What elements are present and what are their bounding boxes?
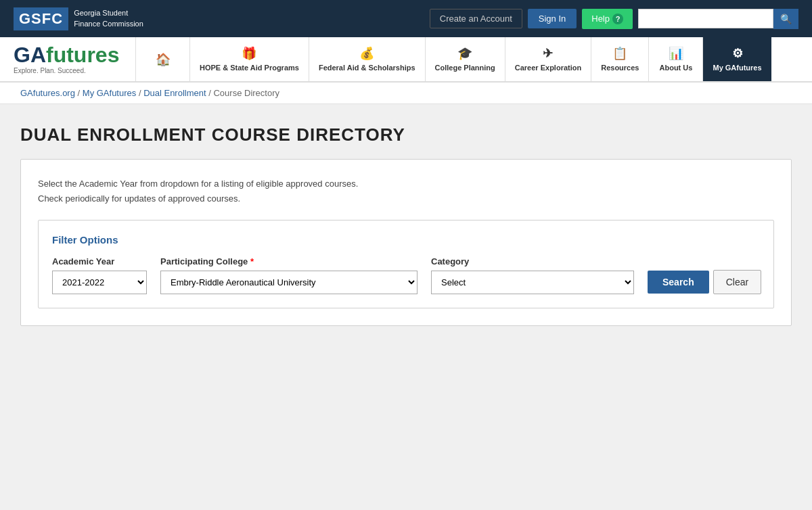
brand-tagline: Explore. Plan. Succeed. — [14, 67, 119, 74]
breadcrumb: GAfutures.org / My GAfutures / Dual Enro… — [20, 88, 792, 98]
nav-item-college[interactable]: 🎓 College Planning — [425, 37, 505, 81]
academic-year-select[interactable]: 2021-2022 — [52, 271, 147, 294]
career-icon: ✈ — [543, 46, 553, 61]
federal-icon: 💰 — [359, 46, 374, 61]
nav-bar: GAfutures Explore. Plan. Succeed. 🏠 🎁 HO… — [0, 37, 812, 83]
help-icon: ? — [612, 14, 623, 24]
help-button[interactable]: Help ? — [582, 9, 633, 29]
hope-label: HOPE & State Aid Programs — [200, 64, 299, 72]
gsfc-subtitle: Georgia Student Finance Commission — [74, 8, 143, 29]
about-label: About Us — [660, 64, 693, 72]
college-select[interactable]: Embry-Riddle Aeronautical University — [160, 271, 418, 294]
academic-year-field: Academic Year 2021-2022 — [52, 256, 147, 294]
brand-ga: GA — [14, 44, 46, 66]
college-label: College Planning — [435, 64, 495, 72]
nav-item-career[interactable]: ✈ Career Exploration — [505, 37, 591, 81]
hope-icon: 🎁 — [242, 46, 256, 61]
info-text: Select the Academic Year from dropdown f… — [38, 177, 774, 206]
nav-item-my-gafutures[interactable]: ⚙ My GAfutures — [702, 37, 771, 81]
nav-item-home[interactable]: 🏠 — [135, 37, 189, 81]
required-indicator: * — [250, 256, 254, 266]
main-content: DUAL ENROLLMENT COURSE DIRECTORY Select … — [0, 104, 812, 510]
category-label: Category — [431, 256, 634, 266]
breadcrumb-sep1: / — [78, 88, 83, 98]
content-card: Select the Academic Year from dropdown f… — [20, 159, 792, 326]
breadcrumb-dual-enrollment[interactable]: Dual Enrollment — [143, 88, 206, 98]
nav-item-resources[interactable]: 📋 Resources — [591, 37, 648, 81]
resources-label: Resources — [601, 64, 639, 72]
academic-year-label: Academic Year — [52, 256, 147, 266]
category-select[interactable]: Select — [431, 271, 634, 294]
breadcrumb-current: Course Directory — [213, 88, 279, 98]
filter-section: Filter Options Academic Year 2021-2022 P… — [38, 220, 774, 308]
brand-futures: futures — [46, 44, 119, 66]
header-right: Create an Account Sign In Help ? 🔍 — [430, 9, 798, 29]
category-field: Category Select — [431, 256, 634, 294]
nav-item-federal[interactable]: 💰 Federal Aid & Scholarships — [309, 37, 425, 81]
filter-title: Filter Options — [52, 234, 760, 246]
college-label: Participating College * — [160, 256, 418, 266]
brand-area: GAfutures Explore. Plan. Succeed. — [0, 37, 135, 81]
logo-area: GSFC Georgia Student Finance Commission — [14, 7, 143, 30]
btn-group: Search Clear — [648, 270, 761, 294]
my-gafutures-icon: ⚙ — [732, 46, 743, 61]
nav-items: 🏠 🎁 HOPE & State Aid Programs 💰 Federal … — [135, 37, 812, 81]
header-search-input[interactable] — [638, 9, 773, 28]
my-gafutures-label: My GAfutures — [713, 64, 761, 72]
career-label: Career Exploration — [515, 64, 581, 72]
gsfc-box: GSFC — [14, 7, 68, 30]
breadcrumb-my-gafutures[interactable]: My GAfutures — [83, 88, 136, 98]
top-header: GSFC Georgia Student Finance Commission … — [0, 0, 812, 37]
nav-item-about[interactable]: 📊 About Us — [648, 37, 702, 81]
search-button[interactable]: Search — [648, 271, 709, 294]
header-search: 🔍 — [638, 9, 798, 29]
page-title: DUAL ENROLLMENT COURSE DIRECTORY — [20, 124, 792, 145]
clear-button[interactable]: Clear — [713, 270, 761, 294]
sign-in-button[interactable]: Sign In — [528, 9, 577, 28]
home-icon: 🏠 — [156, 52, 171, 67]
create-account-button[interactable]: Create an Account — [430, 9, 522, 28]
breadcrumb-area: GAfutures.org / My GAfutures / Dual Enro… — [0, 83, 812, 104]
search-icon: 🔍 — [780, 14, 792, 24]
about-icon: 📊 — [669, 46, 683, 61]
breadcrumb-gafutures[interactable]: GAfutures.org — [20, 88, 75, 98]
college-field: Participating College * Embry-Riddle Aer… — [160, 256, 418, 294]
nav-item-hope[interactable]: 🎁 HOPE & State Aid Programs — [189, 37, 309, 81]
filter-row: Academic Year 2021-2022 Participating Co… — [52, 256, 760, 294]
resources-icon: 📋 — [612, 46, 627, 61]
gsfc-logo: GSFC Georgia Student Finance Commission — [14, 7, 143, 30]
header-search-button[interactable]: 🔍 — [773, 9, 798, 29]
federal-label: Federal Aid & Scholarships — [319, 64, 415, 72]
college-icon: 🎓 — [457, 46, 472, 61]
